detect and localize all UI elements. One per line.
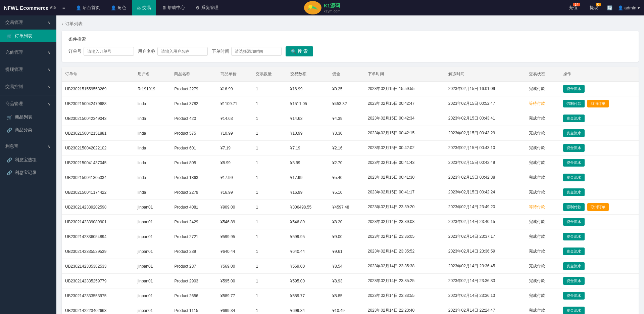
flow-button[interactable]: 资金流水 (563, 159, 585, 167)
table-cell: 1 (252, 155, 287, 170)
table-cell: ¥16.99 (217, 185, 252, 200)
flow-button[interactable]: 资金流水 (563, 233, 585, 240)
table-cell: Product 2656 (171, 288, 217, 303)
record-icon: 🔗 (7, 170, 12, 175)
table-cell: 1 (252, 185, 287, 200)
flow-button[interactable]: 资金流水 (563, 262, 585, 270)
table-cell: Product 805 (171, 155, 217, 170)
ops-cell: 资金流水 (560, 170, 639, 185)
sidebar-item-product-category[interactable]: 🔗 商品分类 (0, 124, 56, 136)
table-cell: ¥8.20 (329, 215, 364, 229)
search-button[interactable]: 🔍 搜 索 (286, 46, 313, 56)
table-cell: ¥640.44 (217, 244, 252, 259)
force-pay-button[interactable]: 强制付款 (563, 100, 585, 107)
time-input[interactable] (231, 47, 282, 56)
table-cell: UB2302142339202598 (62, 200, 134, 215)
search-field-time: 下单时间 (212, 47, 282, 56)
flow-button[interactable]: 资金流水 (563, 85, 585, 93)
flow-button[interactable]: 资金流水 (563, 174, 585, 181)
table-cell: ¥546.89 (217, 215, 252, 229)
sidebar-item-interest-records[interactable]: 🔗 利息宝记录 (0, 166, 56, 179)
table-cell: 2023年02月14日 23:39:20 (364, 200, 445, 215)
table-cell: ¥14.63 (287, 111, 329, 126)
sidebar-group-recharge[interactable]: 充值管理 ∨ (0, 45, 56, 59)
table-cell: ¥640.44 (287, 244, 329, 259)
shop-icon: 🛒 (7, 115, 12, 120)
status-cell: 完成付款 (526, 170, 560, 185)
cancel-order-button[interactable]: 取消订单 (587, 203, 609, 211)
sidebar-item-product-list[interactable]: 🛒 商品列表 (0, 111, 56, 124)
flow-button[interactable]: 资金流水 (563, 129, 585, 137)
flow-button[interactable]: 资金流水 (563, 248, 585, 255)
table-cell: ¥10.99 (287, 126, 329, 141)
table-cell: 2023年02月14日 23:36:33 (445, 274, 526, 288)
table-cell: linda (134, 155, 171, 170)
sidebar-group-trade[interactable]: 交易管理 ∨ (0, 15, 56, 30)
flow-button[interactable]: 资金流水 (563, 292, 585, 300)
flow-button[interactable]: 资金流水 (563, 144, 585, 152)
table-cell: UB2302150041305334 (62, 170, 134, 185)
sidebar-group-products[interactable]: 商品管理 ∨ (0, 97, 56, 111)
refresh-btn[interactable]: 🔄 (607, 5, 612, 10)
table-cell: ¥9.61 (329, 244, 364, 259)
cancel-order-button[interactable]: 取消订单 (587, 100, 609, 107)
table-cell: ¥595.00 (217, 274, 252, 288)
table-cell: ¥589.77 (217, 288, 252, 303)
table-cell: UB2302151559553269 (62, 81, 134, 96)
table-cell: 1 (252, 303, 287, 314)
table-cell: UB2302150041174422 (62, 185, 134, 200)
nav-trade[interactable]: ⚖ 交易 (132, 0, 156, 15)
sidebar-item-interest-options[interactable]: 🔗 利息宝选项 (0, 153, 56, 166)
sidebar-item-orders[interactable]: 🛒 订单列表 (0, 30, 56, 42)
flow-button[interactable]: 资金流水 (563, 277, 585, 285)
table-cell: UB2302150042151881 (62, 126, 134, 141)
nav-home[interactable]: 👤 后台首页 (71, 0, 105, 15)
search-title: 条件搜索 (68, 36, 632, 42)
withdraw-btn[interactable]: 提现 0 (590, 5, 598, 11)
main-content: › 订单列表 条件搜索 订单号 用户名称 下单时间 🔍 搜 索 (56, 15, 644, 314)
table-cell: 1 (252, 215, 287, 229)
table-cell: 2023年02月15日 00:42:24 (445, 185, 526, 200)
table-cell: 2023年02月14日 23:36:13 (445, 288, 526, 303)
sidebar-group-trade-control[interactable]: 交易控制 ∨ (0, 80, 56, 94)
status-badge: 完成付款 (529, 145, 545, 150)
table-cell: 2023年02月14日 22:24:47 (445, 303, 526, 314)
status-badge: 完成付款 (529, 264, 545, 268)
status-cell: 等待付款 (526, 200, 560, 215)
table-row: UB2302150041305334lindaProduct 1863¥17.9… (62, 170, 639, 185)
flow-button[interactable]: 资金流水 (563, 188, 585, 196)
status-cell: 完成付款 (526, 303, 560, 314)
recharge-btn[interactable]: 充值 14 (569, 5, 578, 11)
table-cell: 1 (252, 259, 287, 274)
sidebar-group-interest[interactable]: 利息宝 ∨ (0, 139, 56, 153)
nav-system[interactable]: ⚙ 系统管理 (191, 0, 223, 15)
table-cell: Product 3782 (171, 96, 217, 111)
flow-button[interactable]: 资金流水 (563, 218, 585, 226)
admin-menu[interactable]: 👤 admin ▾ (618, 5, 640, 10)
sidebar-group-withdraw[interactable]: 提现管理 ∨ (0, 62, 56, 77)
table-cell: 2023年02月15日 00:42:38 (445, 170, 526, 185)
nav-menu[interactable]: ≡ (58, 0, 70, 15)
nav-help[interactable]: 🖥 帮助中心 (157, 0, 190, 15)
table-cell: ¥16.99 (287, 185, 329, 200)
ops-cell: 资金流水 (560, 288, 639, 303)
search-field-order: 订单号 (68, 47, 134, 56)
status-cell: 完成付款 (526, 126, 560, 141)
table-cell: 1 (252, 274, 287, 288)
status-badge: 完成付款 (529, 249, 545, 254)
nav-role[interactable]: 👤 角色 (106, 0, 131, 15)
table-cell: UB2302142335382533 (62, 259, 134, 274)
flow-button[interactable]: 资金流水 (563, 307, 585, 314)
table-cell: Product 420 (171, 111, 217, 126)
orders-table: 订单号 用户名 商品名称 商品单价 交易数量 交易数额 佣金 下单时间 解冻时间… (62, 67, 639, 314)
status-badge: 完成付款 (529, 86, 545, 91)
force-pay-button[interactable]: 强制付款 (563, 203, 585, 211)
status-badge: 完成付款 (529, 293, 545, 298)
table-row: UB2302150041437045lindaProduct 805¥8.991… (62, 155, 639, 170)
username-input[interactable] (157, 47, 208, 56)
flow-button[interactable]: 资金流水 (563, 115, 585, 122)
table-cell: ¥599.95 (217, 229, 252, 244)
order-input[interactable] (84, 47, 134, 56)
table-cell: ¥10.99 (217, 126, 252, 141)
table-cell: Product 2903 (171, 274, 217, 288)
